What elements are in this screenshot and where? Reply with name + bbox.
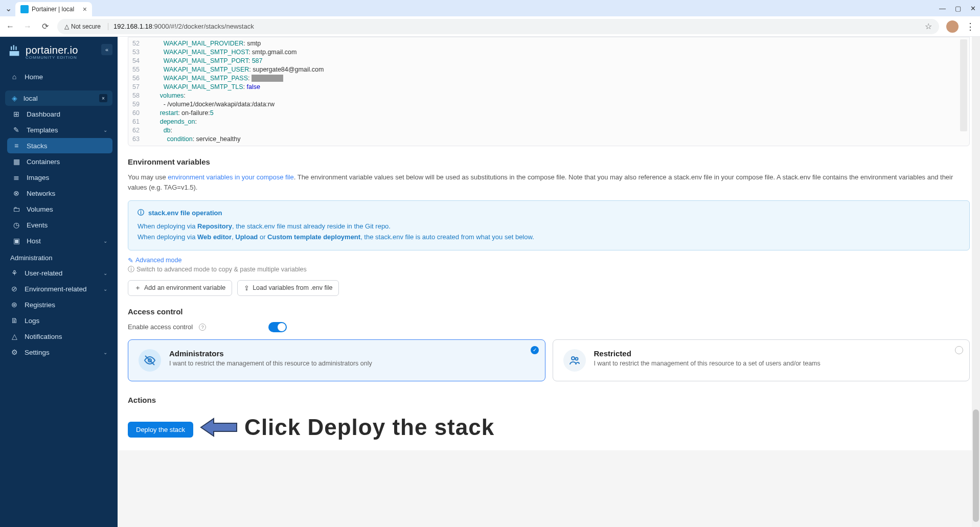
- code-lines[interactable]: WAKAPI_MAIL_PROVIDER: smtp WAKAPI_MAIL_S…: [146, 39, 969, 144]
- sidebar-environment[interactable]: ◈ local ×: [5, 90, 112, 106]
- logo[interactable]: portainer.io COMMUNITY EDITION: [5, 44, 112, 60]
- nav-reload-icon[interactable]: ⟳: [40, 21, 50, 31]
- tab-title: Portainer | local: [32, 6, 80, 13]
- tab-favicon-icon: [20, 5, 29, 13]
- check-icon: ✓: [531, 346, 539, 354]
- sidebar-item-dashboard[interactable]: ⊞Dashboard: [7, 106, 112, 122]
- editor-scrollbar[interactable]: [960, 39, 967, 131]
- logo-icon: [7, 44, 21, 60]
- sidebar-admin-registries[interactable]: ⊛Registries: [5, 297, 112, 312]
- sidebar-collapse-icon[interactable]: «: [101, 44, 112, 55]
- address-bar[interactable]: △ Not secure 192.168.1.18:9000/#!/2/dock…: [57, 19, 939, 34]
- svg-point-3: [575, 357, 578, 360]
- nav-icon: ⚘: [10, 269, 18, 277]
- restricted-card-title: Restricted: [594, 349, 821, 358]
- nav-icon: △: [10, 332, 18, 340]
- nav-back-icon[interactable]: ←: [5, 22, 15, 31]
- sidebar-admin-user-related[interactable]: ⚘User-related⌄: [5, 265, 112, 281]
- sidebar-admin-environment-related[interactable]: ⊘Environment-related⌄: [5, 281, 112, 296]
- deploy-stack-button[interactable]: Deploy the stack: [128, 422, 193, 438]
- page-scrollbar[interactable]: [972, 37, 980, 527]
- info-icon: ⓘ: [138, 208, 144, 217]
- browser-toolbar: ← → ⟳ △ Not secure 192.168.1.18:9000/#!/…: [0, 16, 980, 37]
- tab-close-icon[interactable]: ×: [83, 5, 87, 13]
- nav-icon: ▣: [12, 237, 20, 245]
- sidebar-item-images[interactable]: ≣Images: [7, 170, 112, 185]
- nav-icon: ⊞: [12, 110, 20, 118]
- nav-icon: ⊘: [10, 285, 18, 293]
- sidebar: « portainer.io COMMUNITY EDITION ⌂ Home …: [0, 37, 118, 527]
- browser-menu-icon[interactable]: ⋮: [966, 21, 975, 32]
- access-card-administrators[interactable]: ✓ Administrators I want to restrict the …: [128, 339, 545, 381]
- admin-card-title: Administrators: [169, 349, 372, 358]
- browser-tab[interactable]: Portainer | local ×: [15, 2, 92, 16]
- sidebar-item-host[interactable]: ▣Host⌄: [7, 233, 112, 248]
- chevron-down-icon: ⌄: [103, 286, 107, 292]
- sidebar-admin-logs[interactable]: 🗎Logs: [5, 313, 112, 328]
- radio-icon: [955, 346, 963, 354]
- help-icon[interactable]: ?: [199, 324, 206, 331]
- admin-card-desc: I want to restrict the management of thi…: [169, 360, 372, 367]
- security-indicator[interactable]: △ Not secure: [64, 23, 108, 30]
- nav-icon: ⊗: [12, 189, 20, 197]
- nav-icon: ⚙: [10, 348, 18, 356]
- svg-point-2: [572, 357, 575, 360]
- logo-edition: COMMUNITY EDITION: [26, 55, 78, 60]
- logo-text: portainer.io: [26, 44, 78, 56]
- upload-icon: ⇪: [244, 284, 249, 292]
- chevron-down-icon: ⌄: [103, 238, 107, 244]
- enable-access-label: Enable access control: [128, 323, 193, 331]
- nav-icon: 🗎: [10, 316, 18, 325]
- nav-icon: ≡: [12, 142, 20, 150]
- sidebar-item-events[interactable]: ◷Events: [7, 217, 112, 233]
- add-env-var-button[interactable]: ＋Add an environment variable: [128, 280, 232, 296]
- annotation-text: Click Deploy the stack: [244, 415, 494, 440]
- plus-icon: ＋: [134, 284, 141, 292]
- bookmark-star-icon[interactable]: ☆: [925, 21, 932, 31]
- main-content: 525354555657585960616263 WAKAPI_MAIL_PRO…: [118, 37, 980, 527]
- warning-icon: △: [64, 23, 69, 30]
- users-icon: [563, 349, 586, 372]
- access-card-restricted[interactable]: Restricted I want to restrict the manage…: [553, 339, 970, 381]
- window-close-icon[interactable]: ✕: [970, 5, 976, 12]
- browser-tab-strip: ⌄ Portainer | local × — ▢ ✕: [0, 0, 980, 16]
- restricted-card-desc: I want to restrict the management of thi…: [594, 360, 821, 367]
- eye-off-icon: [139, 349, 161, 372]
- load-env-file-button[interactable]: ⇪Load variables from .env file: [237, 280, 339, 296]
- chevron-down-icon: ⌄: [103, 127, 107, 133]
- nav-icon: 🗀: [12, 205, 20, 213]
- advanced-mode-link[interactable]: ✎Advanced mode: [128, 257, 970, 264]
- actions-title: Actions: [128, 396, 970, 404]
- enable-access-toggle[interactable]: [268, 322, 287, 332]
- sidebar-admin-notifications[interactable]: △Notifications: [5, 329, 112, 344]
- sidebar-item-home[interactable]: ⌂ Home: [5, 69, 112, 84]
- nav-icon: ⊛: [10, 301, 18, 309]
- nav-icon: ✎: [12, 126, 20, 134]
- sidebar-item-networks[interactable]: ⊗Networks: [7, 186, 112, 201]
- sidebar-item-stacks[interactable]: ≡Stacks: [7, 138, 112, 153]
- profile-avatar[interactable]: [946, 20, 959, 33]
- code-editor[interactable]: 525354555657585960616263 WAKAPI_MAIL_PRO…: [128, 37, 970, 146]
- nav-forward-icon: →: [22, 22, 33, 31]
- info-small-icon: ⓘ: [128, 265, 134, 274]
- nav-icon: ≣: [12, 173, 20, 181]
- env-vars-doc-link[interactable]: environment variables in your compose fi…: [168, 173, 293, 181]
- sidebar-item-volumes[interactable]: 🗀Volumes: [7, 201, 112, 217]
- sidebar-item-templates[interactable]: ✎Templates⌄: [7, 122, 112, 138]
- sidebar-admin-settings[interactable]: ⚙Settings⌄: [5, 345, 112, 360]
- env-vars-desc: You may use environment variables in you…: [128, 172, 970, 192]
- tab-dropdown-icon[interactable]: ⌄: [4, 4, 12, 12]
- access-control-title: Access control: [128, 307, 970, 316]
- docker-icon: ◈: [10, 94, 18, 102]
- nav-icon: ◷: [12, 221, 20, 229]
- home-icon: ⌂: [10, 73, 18, 81]
- env-close-icon[interactable]: ×: [99, 94, 107, 102]
- window-minimize-icon[interactable]: —: [939, 5, 946, 12]
- scrollbar-thumb[interactable]: [973, 409, 979, 522]
- window-maximize-icon[interactable]: ▢: [955, 5, 961, 12]
- url-text: 192.168.1.18:9000/#!/2/docker/stacks/new…: [113, 22, 254, 30]
- chevron-down-icon: ⌄: [103, 270, 107, 276]
- env-vars-title: Environment variables: [128, 157, 970, 166]
- sidebar-item-containers[interactable]: ▦Containers: [7, 154, 112, 169]
- line-gutter: 525354555657585960616263: [128, 39, 146, 144]
